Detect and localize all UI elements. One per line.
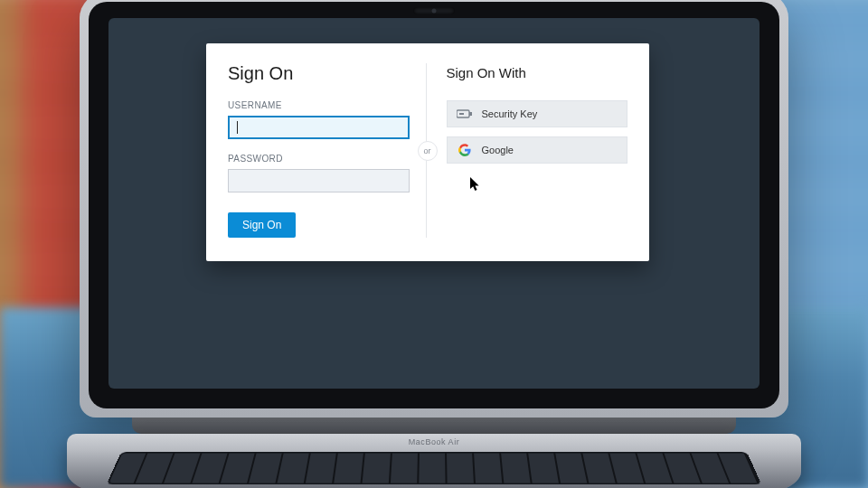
laptop-brand: MacBook Air xyxy=(67,437,801,446)
svg-rect-2 xyxy=(459,113,464,115)
sso-title: Sign On With xyxy=(447,65,628,80)
sso-panel: or Sign On With Security Key xyxy=(426,63,628,238)
provider-label: Google xyxy=(482,145,514,155)
provider-label: Security Key xyxy=(482,108,538,119)
password-label: PASSWORD xyxy=(228,154,410,164)
password-input[interactable] xyxy=(228,169,410,192)
screen-bezel: Sign On USERNAME PASSWORD xyxy=(89,2,779,408)
security-key-icon xyxy=(457,108,473,120)
signon-form: Sign On USERNAME PASSWORD xyxy=(228,63,426,238)
laptop: Sign On USERNAME PASSWORD xyxy=(80,0,788,488)
or-divider: or xyxy=(418,141,438,161)
signon-button[interactable]: Sign On xyxy=(228,212,296,238)
text-caret xyxy=(237,121,238,134)
username-input[interactable] xyxy=(228,116,410,139)
signon-title: Sign On xyxy=(228,63,410,84)
password-field: PASSWORD xyxy=(228,154,410,192)
username-label: USERNAME xyxy=(228,100,410,110)
webcam xyxy=(413,7,455,14)
svg-rect-1 xyxy=(469,112,472,116)
laptop-hinge xyxy=(132,418,736,434)
provider-google[interactable]: Google xyxy=(447,136,628,164)
google-icon xyxy=(457,144,473,156)
laptop-lid: Sign On USERNAME PASSWORD xyxy=(80,0,788,418)
laptop-deck: MacBook Air xyxy=(67,434,801,488)
provider-security-key[interactable]: Security Key xyxy=(447,100,628,127)
signon-card: Sign On USERNAME PASSWORD xyxy=(206,43,649,261)
screen-viewport: Sign On USERNAME PASSWORD xyxy=(108,18,760,389)
username-field: USERNAME xyxy=(228,100,410,139)
keyboard xyxy=(107,452,762,484)
